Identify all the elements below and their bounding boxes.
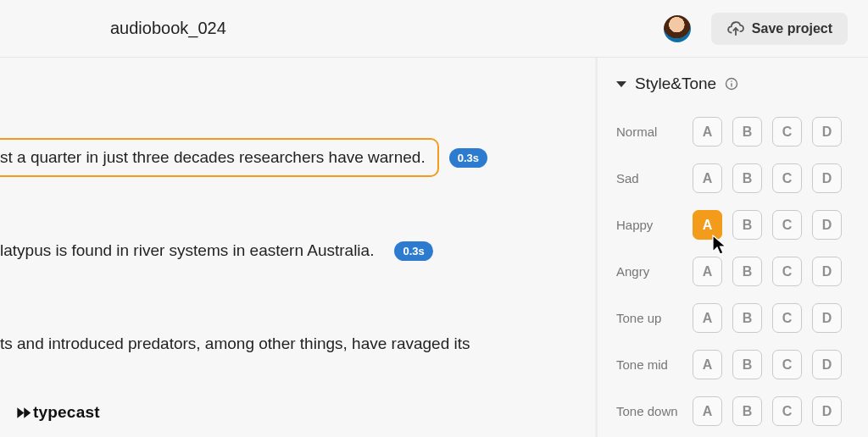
panel-section-title: Style&Tone	[635, 75, 716, 93]
brand-name: typecast	[33, 403, 100, 422]
tone-row: SadABCD	[616, 155, 868, 202]
tone-option[interactable]: B	[732, 350, 762, 379]
tone-option[interactable]: B	[732, 210, 762, 240]
tone-option[interactable]: B	[732, 163, 762, 193]
tone-label: Tone down	[616, 404, 693, 418]
svg-point-1	[731, 80, 732, 82]
tone-label: Happy	[616, 218, 693, 232]
tone-option[interactable]: C	[772, 117, 802, 147]
tone-option[interactable]: A	[693, 350, 722, 379]
tone-label: Tone mid	[616, 357, 693, 372]
script-line[interactable]: latypus is found in river systems in eas…	[0, 229, 595, 273]
project-title[interactable]: audiobook_024	[110, 19, 664, 38]
tone-row: NormalABCD	[616, 108, 868, 155]
tone-option[interactable]: D	[812, 257, 842, 286]
tone-row: Tone downABCD	[616, 388, 868, 434]
tone-option[interactable]: C	[772, 396, 802, 426]
tone-option[interactable]: B	[732, 117, 762, 147]
topbar: audiobook_024 Save project	[0, 0, 868, 58]
tone-label: Angry	[616, 264, 693, 279]
editor-area: st a quarter in just three decades resea…	[0, 58, 595, 437]
collapse-toggle-icon[interactable]	[616, 81, 626, 87]
duration-chip[interactable]: 0.3s	[449, 148, 487, 168]
tone-option[interactable]: C	[772, 350, 802, 379]
tone-option[interactable]: B	[732, 303, 762, 333]
tone-label: Sad	[616, 171, 693, 185]
tone-option[interactable]: A	[693, 396, 722, 426]
script-line[interactable]: ts and introduced predators, among other…	[0, 322, 595, 366]
tone-option[interactable]: A	[693, 303, 722, 333]
brand-logo: typecast	[15, 403, 100, 422]
tone-option[interactable]: C	[772, 257, 802, 286]
tone-option[interactable]: C	[772, 210, 802, 240]
tone-row: Tone upABCD	[616, 295, 868, 341]
tone-row: Tone midABCD	[616, 341, 868, 388]
tone-option[interactable]: D	[812, 163, 842, 193]
tone-option[interactable]: D	[812, 210, 842, 240]
style-tone-panel: Style&Tone NormalABCDSadABCDHappyABCDAng…	[595, 58, 868, 437]
info-icon[interactable]	[725, 77, 738, 91]
tone-row: AngryABCD	[616, 248, 868, 295]
tone-option[interactable]: B	[732, 396, 762, 426]
tone-label: Normal	[616, 124, 693, 139]
tone-option[interactable]: A	[693, 210, 722, 240]
tone-label: Tone up	[616, 311, 693, 325]
script-line[interactable]: st a quarter in just three decades resea…	[0, 136, 595, 180]
tone-option[interactable]: C	[772, 163, 802, 193]
tone-option[interactable]: D	[812, 117, 842, 147]
tone-option[interactable]: A	[693, 163, 722, 193]
tone-option[interactable]: D	[812, 396, 842, 426]
duration-chip[interactable]: 0.3s	[394, 241, 432, 261]
cloud-upload-icon	[726, 21, 745, 36]
script-line-text[interactable]: latypus is found in river systems in eas…	[0, 233, 384, 268]
save-button-label: Save project	[752, 21, 832, 36]
script-line-text[interactable]: st a quarter in just three decades resea…	[0, 138, 439, 177]
save-project-button[interactable]: Save project	[711, 13, 848, 45]
tone-option[interactable]: C	[772, 303, 802, 333]
tone-option[interactable]: B	[732, 257, 762, 286]
tone-option[interactable]: D	[812, 350, 842, 379]
user-avatar[interactable]	[664, 15, 691, 42]
script-line-text[interactable]: ts and introduced predators, among other…	[0, 326, 481, 362]
tone-row: HappyABCD	[616, 202, 868, 248]
tone-option[interactable]: A	[693, 117, 722, 147]
tone-option[interactable]: D	[812, 303, 842, 333]
tone-option[interactable]: A	[693, 257, 722, 286]
logo-icon	[15, 405, 31, 421]
